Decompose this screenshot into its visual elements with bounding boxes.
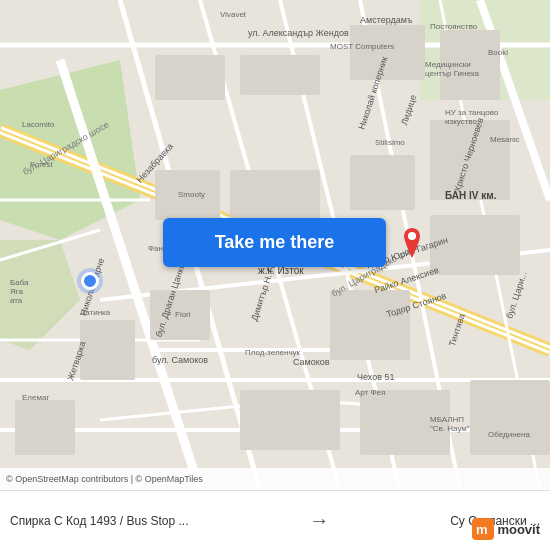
- bottom-bar: Спирка С Код 1493 / Bus Stop ... → Су Ст…: [0, 490, 550, 550]
- moovit-text: moovit: [497, 522, 540, 537]
- svg-rect-38: [350, 155, 415, 210]
- svg-rect-30: [330, 290, 410, 360]
- svg-rect-35: [470, 380, 550, 455]
- place-mesanic: Mesanic: [490, 135, 520, 144]
- place-postoyannstvo: Постоянство: [430, 22, 477, 31]
- map-attribution: © OpenStreetMap contributors | © OpenMap…: [0, 468, 550, 490]
- svg-point-42: [408, 232, 416, 240]
- place-nu-tantsovo: НУ за танцовоизкуство: [445, 108, 498, 126]
- place-obedinena: Обединена: [488, 430, 530, 439]
- svg-rect-26: [350, 25, 425, 80]
- place-smooty: Smooty: [178, 190, 205, 199]
- place-meditsinski: Медицинскицентър Гинека: [425, 60, 479, 78]
- place-elemag: Елемаг: [22, 393, 49, 402]
- from-label: Спирка С Код 1493 / Bus Stop ...: [10, 514, 189, 528]
- place-baba: БабаЯгаата: [10, 278, 29, 305]
- arrow-icon: →: [309, 509, 329, 532]
- svg-rect-24: [155, 55, 225, 100]
- svg-rect-37: [230, 170, 320, 225]
- destination-pin: [400, 228, 424, 258]
- street-samokob: Самоков: [293, 357, 330, 367]
- moovit-logo-icon: m: [472, 518, 494, 540]
- place-stilisimo: Stilisimo: [375, 138, 405, 147]
- current-location-dot: [81, 272, 99, 290]
- place-vivavet: Vivavet: [220, 10, 246, 19]
- street-aleksandar: ул. Александър Жендов: [248, 28, 349, 38]
- place-art-feya: Арт Фея: [355, 388, 385, 397]
- place-plod: Плод-зеленчук: [245, 348, 300, 357]
- svg-rect-36: [15, 400, 75, 455]
- street-samokob-bul: бул. Самоков: [152, 355, 208, 365]
- svg-rect-25: [240, 55, 320, 95]
- place-lacomito: Lacomito: [22, 120, 54, 129]
- svg-text:m: m: [476, 522, 488, 537]
- bottom-from: Спирка С Код 1493 / Bus Stop ...: [10, 514, 189, 528]
- street-chehov: Чехов 51: [357, 372, 395, 382]
- place-fiori: Fiori: [175, 310, 191, 319]
- place-forest: Forest: [30, 160, 53, 169]
- place-most-computers: MOST Computers: [330, 42, 394, 51]
- place-mbalp: МБАЛНП"Св. Наум": [430, 415, 470, 433]
- place-booki: Booki: [488, 48, 508, 57]
- street-amsterdam: Амстердамъ: [360, 15, 413, 25]
- svg-rect-32: [80, 320, 135, 380]
- svg-rect-33: [240, 390, 340, 450]
- take-me-there-button[interactable]: Take me there: [163, 218, 386, 267]
- place-ban: БАН IV км.: [445, 190, 496, 201]
- moovit-logo: m moovit: [472, 518, 540, 540]
- map-container: бул. Цариградско шосе бул. Цариградско ш…: [0, 0, 550, 490]
